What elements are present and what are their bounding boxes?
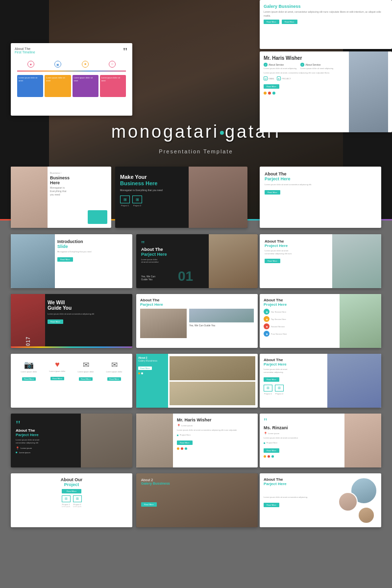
project1-icon: ⊞ — [120, 196, 130, 203]
icon-row-4: ★ Four Service Here — [264, 331, 334, 337]
proj1-icon: ⊞ — [264, 385, 272, 392]
timeline-icons-row: ♥ ▣ ★ ☆ — [15, 59, 128, 70]
gallery3-subtitle: Galery Bussiness — [141, 482, 170, 485]
timeline-icon-monitor: ▣ — [54, 61, 61, 68]
proj2-icon: ⊞ — [275, 385, 284, 392]
service2-text: Lorem ipsum dolor sit amet adipiscing — [300, 67, 333, 70]
haris-inner: Mr. Haris Wisher 📍 Lorem ipsum Lorem ips… — [136, 414, 258, 467]
gallery3-btn[interactable]: Read More — [141, 502, 157, 507]
haris-proj-icon: ■ — [177, 434, 179, 437]
circles-desc: Lorem ipsum dolor sit amet consectetur a… — [264, 496, 332, 499]
slide-person-top: Mr. Haris Wisher ✓ About Service Lorem i… — [260, 51, 392, 132]
slide-business-left: Business / BusinessHere Monogatari isEve… — [11, 167, 111, 228]
gallery2-bar-content: About 2 Galery Bussiness Read More — [136, 354, 168, 377]
slide-icons-4: 📷 Lorem ipsum dolor Read More ♥ Lorem ip… — [11, 354, 132, 408]
timeline-card-3-text: Lorem ipsum dolor sit amet — [74, 76, 97, 82]
intro-btn[interactable]: Read More — [57, 257, 73, 262]
icon-row-3: ★ Second Service — [264, 323, 334, 329]
about-r2-btn[interactable]: Read More — [265, 259, 280, 263]
quote-location-row: 📍 Lorem ipsum — [16, 446, 74, 450]
mail2-btn[interactable]: Read More — [107, 377, 121, 381]
about-mid-photos: Yes, We Can Guide You — [140, 309, 254, 338]
number-01: 01 — [178, 269, 193, 284]
haris-proj-text: Project Here — [180, 434, 191, 436]
heart-text: Lorem ipsum dolor — [49, 370, 65, 372]
gallery2-teal-bar: About 2 Galery Bussiness Read More — [136, 354, 168, 408]
timeline-card-3: Lorem ipsum dolor sit amet — [73, 75, 98, 97]
intro-desc: Monogatari is Everything that you need — [57, 250, 130, 253]
quote-bottom-subtitle: Parject Here — [16, 433, 74, 437]
about-right3-desc: Lorem ipsum dolor sit ametconsectetur ad… — [264, 368, 322, 373]
brand-title: monogatarigatari — [111, 122, 281, 142]
person-suit-photo — [327, 354, 381, 408]
slide-about-right-inner: About The Parject Here Lorem ipsum dolor… — [260, 167, 381, 228]
camera-icon: 📷 — [21, 360, 37, 369]
gallery2-btn[interactable]: Read More — [138, 367, 152, 370]
rinzani-desc: Lorem ipsum dolor sit amet consectetur — [264, 437, 341, 440]
gallery2-photos — [170, 356, 255, 405]
icons4-row: 📷 Lorem ipsum dolor Read More ♥ Lorem ip… — [15, 358, 128, 384]
guide-btn[interactable]: Read More — [48, 319, 63, 324]
check-icon1: ✓ — [264, 63, 268, 67]
about-mid-title: About The — [140, 298, 254, 302]
haris-name: Mr. Haris Wisher — [177, 417, 254, 422]
about-mid-subtitle: Parject Here — [140, 302, 254, 307]
gallery-btn2[interactable]: Read More — [282, 20, 297, 24]
make-desc: Monogatari is Everything that you need — [120, 189, 189, 192]
bp1-icon: ⊞ — [62, 495, 71, 502]
haris-btn[interactable]: Read More — [177, 441, 193, 445]
haris-dot3 — [185, 447, 187, 450]
haris-content: Mr. Haris Wisher 📍 Lorem ipsum Lorem ips… — [173, 414, 258, 467]
project-icon2: ■ — [16, 451, 18, 454]
rinzani-name: Ms. Rinzani — [264, 425, 341, 430]
haris-dot2 — [181, 447, 183, 450]
icon-circle-2: ★ — [264, 316, 270, 322]
camera-btn[interactable]: Read More — [22, 377, 36, 381]
camera-text: Lorem ipsum dolor — [21, 370, 37, 373]
icon4-heart: ♥ Lorem ipsum dolor Read More — [49, 360, 65, 382]
rinzani-location: 📍 Lorem ipsum — [264, 432, 341, 435]
timeline-icon-star: ★ — [82, 61, 89, 68]
mail1-icon: ✉ — [77, 360, 94, 369]
rinzani-dot2 — [268, 455, 270, 458]
slide-about-icons: About The Project Here ★ Our Service Her… — [260, 294, 381, 348]
gallery-btn1[interactable]: Read More — [264, 20, 279, 24]
make-dark-photo — [209, 234, 258, 288]
project-row: ■ PROJECT — [277, 76, 291, 80]
gallery3-title: About 2 — [141, 478, 170, 482]
service2-label: About Service — [305, 63, 320, 66]
icon-list: ★ Our Service Here ★ Top Service Here ★ … — [264, 309, 334, 337]
service2: ✓ About Service Lorem ipsum dolor sit am… — [300, 63, 333, 70]
haris-photo — [136, 414, 173, 467]
quote-bottom-photo — [81, 414, 132, 467]
about-right3-btn[interactable]: Read More — [264, 377, 279, 382]
rinzani-btn[interactable]: Read More — [264, 448, 279, 453]
bottom-proj2: ⊞ Project 2 Lorem ipsum — [73, 495, 82, 508]
about-right-btn[interactable]: Read More — [265, 190, 280, 195]
heart-btn[interactable]: Read More — [50, 377, 64, 380]
mail2-text: Lorem ipsum dolor — [106, 370, 122, 373]
timeline-icon-star2: ☆ — [109, 61, 116, 68]
intro-title: Introduction — [57, 239, 130, 244]
yes-guide: Yes, We CanGuide You — [141, 275, 155, 281]
circles-btn[interactable]: Read More — [264, 503, 279, 507]
project-label: PROJECT — [282, 77, 291, 80]
rinzani-inner: " Ms. Rinzani 📍 Lorem ipsum Lorem ipsum … — [260, 414, 381, 467]
project2-box: ⊞ Project 2 — [132, 196, 142, 207]
rinzani-dot3 — [271, 455, 274, 458]
about-proj-btn[interactable]: Read More — [62, 489, 81, 493]
gallery3-content: About 2 Galery Bussiness Read More — [141, 478, 170, 507]
project1-box: ⊞ Project 1 — [120, 196, 130, 207]
g2-dot2 — [141, 372, 143, 374]
about-icons-title: About The — [264, 298, 334, 302]
quote-bottom-title: About The — [16, 428, 74, 433]
slide-gallery3-dark: About 2 Galery Bussiness Read More — [136, 473, 258, 527]
about-icons-subtitle: Project Here — [264, 302, 334, 307]
mail1-btn[interactable]: Read More — [79, 377, 93, 381]
icon-text-4: Four Service Here — [271, 333, 287, 335]
person-read-more-btn[interactable]: Read More — [264, 84, 279, 89]
icon-text-2: Top Service Here — [271, 318, 286, 320]
icon-text-1: Our Service Here — [271, 311, 286, 313]
avatar-circle-3 — [358, 507, 375, 524]
slide-make-business: Make Your Business Here Monogatari is Ev… — [115, 167, 247, 228]
